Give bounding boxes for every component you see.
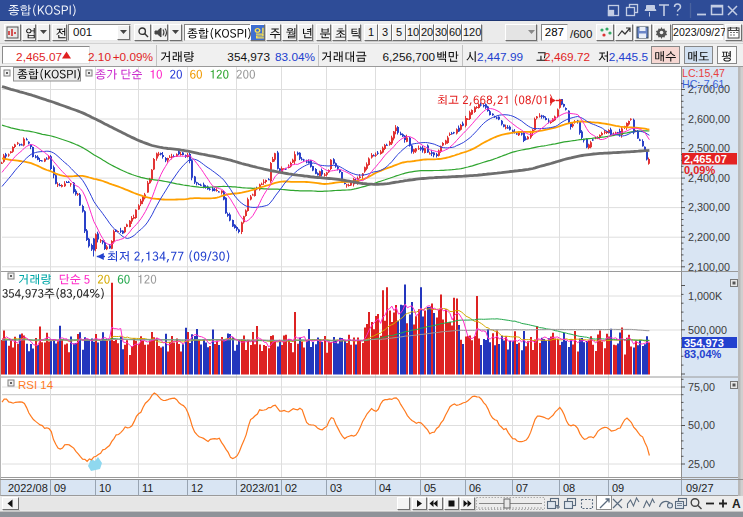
svg-text:A: A: [732, 497, 741, 511]
